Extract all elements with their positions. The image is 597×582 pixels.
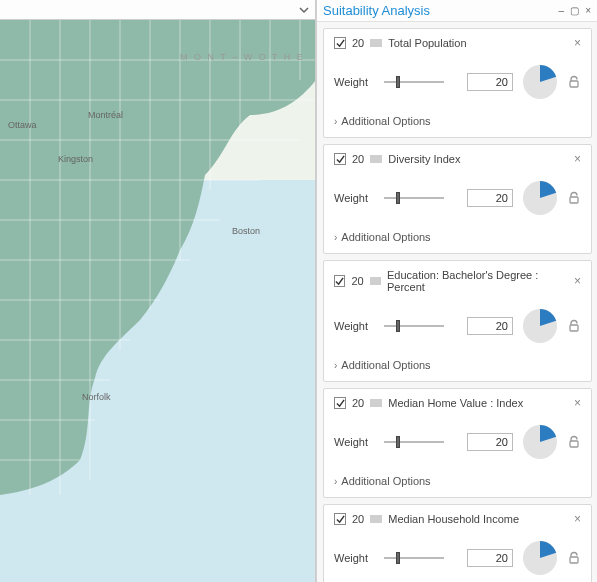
- minimize-button[interactable]: –: [559, 6, 565, 16]
- map-pane: Ottawa Montréal Kingston Boston Norfolk …: [0, 0, 316, 582]
- redacted-segment: [370, 399, 382, 407]
- weight-label: Weight: [334, 76, 376, 88]
- svg-rect-11: [570, 557, 578, 563]
- maximize-button[interactable]: ▢: [570, 6, 579, 16]
- weight-slider[interactable]: [384, 551, 444, 565]
- chevron-down-icon: [299, 1, 309, 19]
- weight-label: Weight: [334, 552, 376, 564]
- redacted-segment: [370, 277, 381, 285]
- weight-input[interactable]: [467, 189, 513, 207]
- redacted-segment: [370, 39, 382, 47]
- weight-pie-icon: [521, 539, 559, 577]
- criteria-card: 20 Education: Bachelor's Degree : Percen…: [323, 260, 592, 382]
- remove-criteria-button[interactable]: ×: [574, 37, 581, 49]
- weight-label: Weight: [334, 436, 376, 448]
- criteria-name: Diversity Index: [388, 153, 460, 165]
- svg-rect-9: [570, 441, 578, 447]
- weight-label: Weight: [334, 192, 376, 204]
- chevron-right-icon: ›: [334, 116, 337, 127]
- svg-rect-5: [570, 197, 578, 203]
- remove-criteria-button[interactable]: ×: [574, 397, 581, 409]
- criteria-list: 20 Total Population × Weight › Additiona…: [317, 22, 597, 582]
- criteria-checkbox[interactable]: [334, 513, 346, 525]
- map-label: Norfolk: [82, 392, 111, 402]
- additional-options-label: Additional Options: [341, 115, 430, 127]
- additional-options-toggle[interactable]: › Additional Options: [334, 115, 581, 127]
- criteria-name: Education: Bachelor's Degree : Percent: [387, 269, 568, 293]
- lock-icon[interactable]: [567, 191, 581, 205]
- window-controls: – ▢ ×: [559, 6, 591, 16]
- map-label: Boston: [232, 226, 260, 236]
- lock-icon[interactable]: [567, 551, 581, 565]
- chevron-right-icon: ›: [334, 476, 337, 487]
- criteria-checkbox[interactable]: [334, 397, 346, 409]
- additional-options-toggle[interactable]: › Additional Options: [334, 475, 581, 487]
- criteria-year-prefix: 20: [352, 153, 364, 165]
- additional-options-toggle[interactable]: › Additional Options: [334, 231, 581, 243]
- weight-slider[interactable]: [384, 75, 444, 89]
- criteria-year-prefix: 20: [352, 37, 364, 49]
- weight-slider[interactable]: [384, 435, 444, 449]
- suitability-panel: Suitability Analysis – ▢ × 20 Total Popu…: [316, 0, 597, 582]
- lock-icon[interactable]: [567, 75, 581, 89]
- redacted-segment: [370, 155, 382, 163]
- lock-icon[interactable]: [567, 319, 581, 333]
- weight-pie-icon: [521, 63, 559, 101]
- additional-options-label: Additional Options: [341, 475, 430, 487]
- weight-pie-icon: [521, 179, 559, 217]
- redacted-segment: [370, 515, 382, 523]
- weight-slider[interactable]: [384, 319, 444, 333]
- criteria-checkbox[interactable]: [334, 275, 345, 287]
- map-road-label: M O N T – W O T H E: [180, 52, 305, 62]
- svg-rect-3: [570, 81, 578, 87]
- additional-options-label: Additional Options: [341, 231, 430, 243]
- map-label: Kingston: [58, 154, 93, 164]
- weight-input[interactable]: [467, 317, 513, 335]
- weight-label: Weight: [334, 320, 376, 332]
- map-dropdown-bar[interactable]: [0, 0, 315, 20]
- chevron-right-icon: ›: [334, 360, 337, 371]
- remove-criteria-button[interactable]: ×: [574, 275, 581, 287]
- panel-title: Suitability Analysis: [323, 3, 430, 18]
- weight-input[interactable]: [467, 433, 513, 451]
- weight-input[interactable]: [467, 549, 513, 567]
- remove-criteria-button[interactable]: ×: [574, 513, 581, 525]
- criteria-checkbox[interactable]: [334, 153, 346, 165]
- weight-pie-icon: [521, 423, 559, 461]
- additional-options-label: Additional Options: [341, 359, 430, 371]
- criteria-card: 20 Total Population × Weight › Additiona…: [323, 28, 592, 138]
- criteria-name: Median Home Value : Index: [388, 397, 523, 409]
- map-canvas[interactable]: Ottawa Montréal Kingston Boston Norfolk …: [0, 20, 315, 582]
- map-label: Montréal: [88, 110, 123, 120]
- remove-criteria-button[interactable]: ×: [574, 153, 581, 165]
- chevron-right-icon: ›: [334, 232, 337, 243]
- weight-input[interactable]: [467, 73, 513, 91]
- additional-options-toggle[interactable]: › Additional Options: [334, 359, 581, 371]
- criteria-checkbox[interactable]: [334, 37, 346, 49]
- criteria-year-prefix: 20: [352, 513, 364, 525]
- criteria-card: 20 Diversity Index × Weight › Additional…: [323, 144, 592, 254]
- panel-close-button[interactable]: ×: [585, 6, 591, 16]
- criteria-year-prefix: 20: [351, 275, 363, 287]
- criteria-name: Total Population: [388, 37, 466, 49]
- panel-header: Suitability Analysis – ▢ ×: [317, 0, 597, 22]
- map-label: Ottawa: [8, 120, 37, 130]
- criteria-card: 20 Median Household Income × Weight › Ad…: [323, 504, 592, 582]
- svg-rect-7: [570, 325, 578, 331]
- weight-pie-icon: [521, 307, 559, 345]
- weight-slider[interactable]: [384, 191, 444, 205]
- criteria-year-prefix: 20: [352, 397, 364, 409]
- criteria-name: Median Household Income: [388, 513, 519, 525]
- criteria-card: 20 Median Home Value : Index × Weight › …: [323, 388, 592, 498]
- lock-icon[interactable]: [567, 435, 581, 449]
